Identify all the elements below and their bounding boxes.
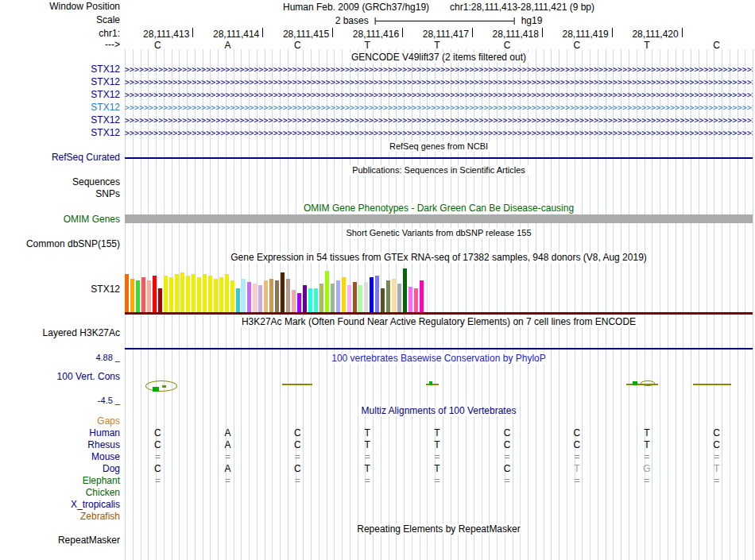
multiz-species-label[interactable]: Human xyxy=(0,428,120,438)
gtex-tissue-bar[interactable] xyxy=(319,284,323,312)
gtex-tissue-bar[interactable] xyxy=(147,280,151,312)
multiz-species-label[interactable]: Rhesus xyxy=(0,440,120,450)
gtex-tissue-bar[interactable] xyxy=(136,280,140,312)
phylop-track-title[interactable]: 100 vertebrates Basewise Conservation by… xyxy=(328,353,548,364)
gtex-tissue-bar[interactable] xyxy=(303,285,307,312)
gtex-tissue-bar[interactable] xyxy=(414,288,418,312)
gtex-tissue-bar[interactable] xyxy=(269,279,273,312)
gtex-tissue-bar[interactable] xyxy=(158,288,162,312)
gencode-gene-label[interactable]: STX12 xyxy=(0,77,120,87)
gtex-tissue-bar[interactable] xyxy=(169,277,173,312)
gtex-tissue-bar[interactable] xyxy=(197,277,201,312)
sidebar-refseq-curated[interactable]: RefSeq Curated xyxy=(0,153,120,163)
gencode-transcript[interactable]: >>>>>>>>>>>>>>>>>>>>>>>>>>>>>>>>>>>>>>>>… xyxy=(125,127,753,140)
refseq-track-title[interactable]: RefSeq genes from NCBI xyxy=(386,141,491,152)
publications-track-title[interactable]: Publications: Sequences in Scientific Ar… xyxy=(349,165,528,176)
gencode-gene-label[interactable]: STX12 xyxy=(0,102,120,113)
gencode-gene-label[interactable]: STX12 xyxy=(0,128,120,138)
dbsnp-track-title[interactable]: Short Genetic Variants from dbSNP releas… xyxy=(343,228,534,238)
gtex-tissue-bar[interactable] xyxy=(225,274,229,312)
gtex-tissue-bar[interactable] xyxy=(314,288,318,312)
gencode-transcript[interactable]: >>>>>>>>>>>>>>>>>>>>>>>>>>>>>>>>>>>>>>>>… xyxy=(125,64,753,76)
gencode-gene-label[interactable]: STX12 xyxy=(0,90,120,100)
multiz-base: T xyxy=(358,464,377,474)
multiz-species-label[interactable]: Mouse xyxy=(0,452,120,462)
gtex-tissue-bar[interactable] xyxy=(125,274,129,312)
gtex-tissue-bar[interactable] xyxy=(325,271,329,312)
sidebar-repeatmasker[interactable]: RepeatMasker xyxy=(0,535,120,546)
gtex-tissue-bar[interactable] xyxy=(242,279,246,312)
multiz-track-title[interactable]: Multiz Alignments of 100 Vertebrates xyxy=(358,406,520,416)
omim-track-title[interactable]: OMIM Gene Phenotypes - Dark Green Can Be… xyxy=(300,203,577,214)
gtex-tissue-bar[interactable] xyxy=(180,272,184,312)
gtex-tissue-bar[interactable] xyxy=(186,276,190,312)
gtex-tissue-bar[interactable] xyxy=(281,272,285,312)
sidebar-gtex-gene[interactable]: STX12 xyxy=(0,284,120,295)
gtex-tissue-bar[interactable] xyxy=(175,274,179,312)
gtex-tissue-bar[interactable] xyxy=(230,280,234,312)
gencode-gene-label[interactable]: STX12 xyxy=(0,115,120,126)
sidebar-snps[interactable]: SNPs xyxy=(0,189,120,199)
h3k27ac-track-title[interactable]: H3K27Ac Mark (Often Found Near Active Re… xyxy=(238,317,639,327)
sidebar-sequences[interactable]: Sequences xyxy=(0,177,120,187)
gencode-track-title[interactable]: GENCODE V49lift37 (2 items filtered out) xyxy=(348,52,529,63)
multiz-species-label[interactable]: Elephant xyxy=(0,476,120,486)
multiz-species-label[interactable]: Zebrafish xyxy=(0,512,120,522)
gtex-tissue-bar[interactable] xyxy=(370,277,374,312)
gtex-tissue-bar[interactable] xyxy=(342,277,346,312)
repeatmasker-track-title[interactable]: Repeating Elements by RepeatMasker xyxy=(354,524,523,535)
gtex-tissue-bar[interactable] xyxy=(208,276,212,312)
gtex-tissue-bar[interactable] xyxy=(308,288,312,312)
gtex-tissue-bar[interactable] xyxy=(141,277,145,312)
gtex-tissue-bar[interactable] xyxy=(353,282,357,312)
gtex-tissue-bar[interactable] xyxy=(164,276,168,312)
gtex-tissue-bar[interactable] xyxy=(275,280,279,312)
gtex-tissue-bar[interactable] xyxy=(397,284,401,312)
gtex-tissue-bar[interactable] xyxy=(347,285,351,312)
gtex-tissue-bar[interactable] xyxy=(392,279,396,312)
multiz-species-label[interactable]: Chicken xyxy=(0,488,120,498)
gtex-tissue-bar[interactable] xyxy=(264,280,268,312)
gtex-tissue-bar[interactable] xyxy=(292,290,296,312)
gencode-transcript[interactable]: >>>>>>>>>>>>>>>>>>>>>>>>>>>>>>>>>>>>>>>>… xyxy=(125,102,753,114)
gtex-tissue-bar[interactable] xyxy=(253,284,257,312)
gtex-tissue-bar[interactable] xyxy=(203,274,207,312)
gtex-tissue-bar[interactable] xyxy=(381,288,385,312)
gtex-tissue-bar[interactable] xyxy=(130,279,134,312)
gencode-gene-label[interactable]: STX12 xyxy=(0,64,120,75)
gtex-tissue-bar[interactable] xyxy=(297,293,301,312)
gtex-track-title[interactable]: Gene Expression in 54 tissues from GTEx … xyxy=(227,253,650,263)
gtex-tissue-bar[interactable] xyxy=(258,285,262,312)
refseq-curated-gene-line[interactable] xyxy=(125,157,753,159)
gtex-tissue-bar[interactable] xyxy=(192,274,196,312)
gtex-tissue-bar[interactable] xyxy=(153,276,157,312)
gencode-transcript[interactable]: >>>>>>>>>>>>>>>>>>>>>>>>>>>>>>>>>>>>>>>>… xyxy=(125,89,753,102)
gtex-tissue-bar[interactable] xyxy=(214,279,218,312)
gtex-tissue-bar[interactable] xyxy=(247,282,251,312)
multiz-species-label[interactable]: Dog xyxy=(0,464,120,474)
sidebar-gaps[interactable]: Gaps xyxy=(0,416,120,427)
gtex-tissue-bar[interactable] xyxy=(408,287,412,312)
gtex-tissue-bar[interactable] xyxy=(420,280,424,312)
gtex-tissue-bar[interactable] xyxy=(386,280,390,312)
gtex-tissue-bar[interactable] xyxy=(236,288,240,312)
gtex-tissue-bar[interactable] xyxy=(375,276,379,312)
sidebar-h3k27ac[interactable]: Layered H3K27Ac xyxy=(0,328,120,338)
sidebar-omim-genes[interactable]: OMIM Genes xyxy=(0,214,120,225)
gtex-tissue-bar[interactable] xyxy=(358,285,362,312)
gtex-tissue-bar[interactable] xyxy=(331,284,335,312)
gtex-bar-chart[interactable] xyxy=(125,267,424,312)
gencode-transcript[interactable]: >>>>>>>>>>>>>>>>>>>>>>>>>>>>>>>>>>>>>>>>… xyxy=(125,76,753,89)
gtex-tissue-bar[interactable] xyxy=(336,280,340,312)
scale-value: 2 bases xyxy=(335,15,369,26)
sidebar-100-vert-cons[interactable]: 100 Vert. Cons xyxy=(0,372,120,382)
multiz-base: C xyxy=(707,440,726,450)
gencode-transcript[interactable]: >>>>>>>>>>>>>>>>>>>>>>>>>>>>>>>>>>>>>>>>… xyxy=(125,114,753,127)
multiz-species-label[interactable]: X_tropicalis xyxy=(0,500,120,510)
sidebar-dbsnp[interactable]: Common dbSNP(155) xyxy=(0,239,120,249)
gtex-tissue-bar[interactable] xyxy=(219,277,223,312)
gtex-tissue-bar[interactable] xyxy=(403,268,407,312)
gtex-tissue-bar[interactable] xyxy=(286,279,290,312)
omim-gene-bar[interactable] xyxy=(125,214,753,223)
gtex-tissue-bar[interactable] xyxy=(364,282,368,312)
